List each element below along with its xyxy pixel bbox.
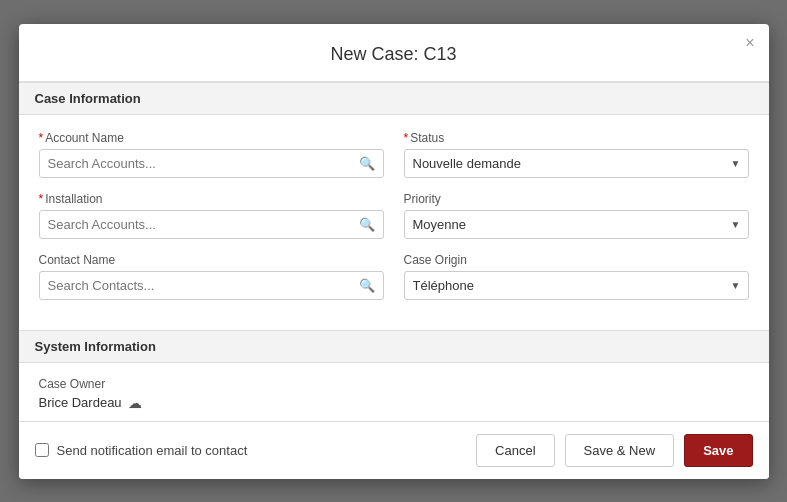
case-origin-label: Case Origin [404,253,749,267]
account-name-group: *Account Name 🔍 [39,131,384,178]
modal-dialog: × New Case: C13 Case Information *Accoun… [19,24,769,479]
case-owner-value: Brice Dardeau ☁ [39,395,749,411]
modal-title: New Case: C13 [19,24,769,82]
close-button[interactable]: × [745,34,754,52]
case-information-body: *Account Name 🔍 *Status Nouvelle demande [19,115,769,330]
save-new-button[interactable]: Save & New [565,434,675,467]
required-marker-install: * [39,192,44,206]
installation-search-icon: 🔍 [351,217,383,232]
account-name-search-icon: 🔍 [351,156,383,171]
modal-footer: Send notification email to contact Cance… [19,421,769,479]
status-select-wrap: Nouvelle demande En cours Fermé [404,149,749,178]
account-name-label: *Account Name [39,131,384,145]
status-label: *Status [404,131,749,145]
status-select[interactable]: Nouvelle demande En cours Fermé [404,149,749,178]
priority-select-wrap: Haute Moyenne Basse [404,210,749,239]
priority-group: Priority Haute Moyenne Basse [404,192,749,239]
contact-name-label: Contact Name [39,253,384,267]
status-group: *Status Nouvelle demande En cours Fermé [404,131,749,178]
contact-name-search-icon: 🔍 [351,278,383,293]
installation-label: *Installation [39,192,384,206]
case-origin-select-wrap: Téléphone Email Web [404,271,749,300]
cancel-button[interactable]: Cancel [476,434,554,467]
required-marker-status: * [404,131,409,145]
installation-input[interactable] [40,211,351,238]
case-origin-group: Case Origin Téléphone Email Web [404,253,749,300]
system-section-body: Case Owner Brice Dardeau ☁ [19,363,769,421]
form-row-1: *Account Name 🔍 *Status Nouvelle demande [39,131,749,178]
footer-right: Cancel Save & New Save [476,434,752,467]
installation-group: *Installation 🔍 [39,192,384,239]
form-row-3: Contact Name 🔍 Case Origin Téléphone Ema… [39,253,749,300]
installation-input-wrap: 🔍 [39,210,384,239]
save-button[interactable]: Save [684,434,752,467]
notify-label[interactable]: Send notification email to contact [57,443,248,458]
contact-name-group: Contact Name 🔍 [39,253,384,300]
notify-checkbox[interactable] [35,443,49,457]
form-row-2: *Installation 🔍 Priority Haute Moyenne B… [39,192,749,239]
priority-label: Priority [404,192,749,206]
account-name-input[interactable] [40,150,351,177]
account-name-input-wrap: 🔍 [39,149,384,178]
contact-name-input[interactable] [40,272,351,299]
case-owner-label: Case Owner [39,377,749,391]
priority-select[interactable]: Haute Moyenne Basse [404,210,749,239]
system-information-header: System Information [19,330,769,363]
cloud-icon: ☁ [128,395,142,411]
modal-overlay: × New Case: C13 Case Information *Accoun… [0,0,787,502]
contact-name-input-wrap: 🔍 [39,271,384,300]
case-origin-select[interactable]: Téléphone Email Web [404,271,749,300]
case-information-header: Case Information [19,82,769,115]
required-marker: * [39,131,44,145]
footer-left: Send notification email to contact [35,443,477,458]
